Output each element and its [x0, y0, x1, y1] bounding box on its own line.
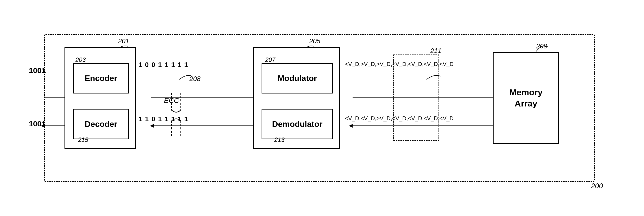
label-213-text: 213: [274, 136, 285, 143]
data-bits-top: 1 0 0 1 1 1 1 1: [138, 61, 188, 69]
label-205-text: 205: [309, 37, 320, 45]
block-modulator: Modulator: [262, 63, 333, 93]
encoder-label: Encoder: [85, 74, 117, 83]
voltage-top: <V_D,>V_D,>V_D,<V_D,<V_D,<V_D,<V_D: [345, 61, 454, 68]
decoder-label: Decoder: [85, 119, 117, 129]
input-label-bottom: 1001: [29, 119, 46, 128]
data-bits-bottom: 1 1 0 1 1 1 1 1: [138, 115, 188, 123]
block-205: Modulator 207 Demodulator 213: [253, 47, 340, 149]
label-209-text: 209: [536, 42, 547, 50]
block-201: Encoder 203 Decoder 215: [65, 47, 136, 149]
memory-array-label: MemoryArray: [509, 87, 543, 109]
block-memory-array: MemoryArray: [493, 52, 559, 144]
block-211: [393, 55, 439, 141]
demodulator-label: Demodulator: [272, 119, 322, 129]
voltage-bottom: <V_D,<V_D,>V_D,<V_D,<V_D,<V_D,<V_D: [345, 115, 454, 122]
label-215: 215: [78, 136, 88, 143]
block-decoder: Decoder: [73, 109, 129, 139]
input-label-top: 1001: [29, 66, 46, 75]
block-encoder: Encoder: [73, 63, 129, 93]
label-208: 208: [189, 75, 200, 83]
modulator-label: Modulator: [278, 74, 317, 83]
block-demodulator: Demodulator: [262, 109, 333, 139]
label-203: 203: [75, 56, 86, 63]
label-207-text: 207: [265, 56, 275, 63]
diagram-container: 200: [29, 19, 615, 197]
label-200: 200: [591, 182, 603, 190]
ecc-label: ECC: [164, 97, 179, 105]
label-211-text: 211: [430, 47, 441, 55]
label-201-text: 201: [118, 37, 129, 45]
